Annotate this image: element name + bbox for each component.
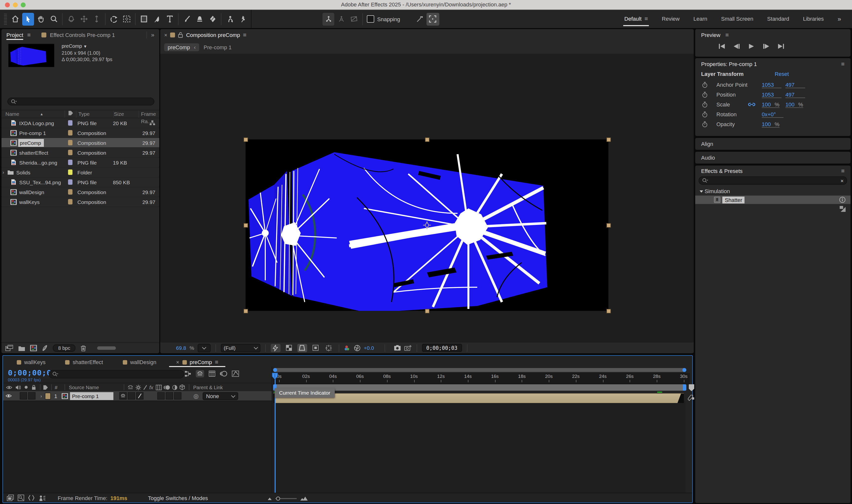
- rotation-tool-icon[interactable]: [108, 13, 120, 25]
- breadcrumb-current[interactable]: preComp‹: [164, 43, 199, 51]
- view-axis-mode-icon[interactable]: [348, 13, 360, 25]
- timeline-search-input[interactable]: [49, 370, 184, 378]
- new-composition-icon[interactable]: [30, 345, 37, 351]
- label-color-chip[interactable]: [68, 189, 72, 195]
- align-panel[interactable]: Align: [695, 138, 851, 150]
- stopwatch-icon[interactable]: [702, 111, 709, 118]
- bit-depth-button[interactable]: 8 bpc: [53, 344, 76, 352]
- region-of-interest-icon[interactable]: [324, 344, 334, 352]
- effects-menu-icon[interactable]: ≡: [841, 167, 845, 175]
- position-label[interactable]: Position: [716, 92, 762, 97]
- previous-frame-icon[interactable]: [732, 42, 742, 51]
- snap-to-edges-icon[interactable]: [414, 13, 425, 25]
- pickwhip-icon[interactable]: ◎: [193, 392, 199, 399]
- table-row[interactable]: shatterEffect Composition 29.97: [1, 148, 159, 158]
- time-navigator[interactable]: [273, 368, 686, 372]
- source-name-column[interactable]: Source Name: [69, 384, 99, 390]
- column-size[interactable]: Size: [114, 110, 139, 118]
- motion-blur-switch-icon[interactable]: [164, 384, 170, 390]
- zoom-tool-icon[interactable]: [48, 13, 60, 25]
- pan-camera-tool-icon[interactable]: [78, 13, 90, 25]
- home-icon[interactable]: [10, 13, 21, 25]
- current-time-indicator-handle[interactable]: [272, 373, 278, 380]
- orbit-camera-tool-icon[interactable]: [65, 13, 77, 25]
- solo-column-icon[interactable]: [24, 385, 28, 389]
- local-axis-mode-icon[interactable]: [323, 13, 334, 25]
- effect-item-shatter[interactable]: 8 Shatter: [695, 195, 851, 204]
- anchor-x-value[interactable]: 1053: [762, 82, 782, 88]
- comp-marker-icon[interactable]: [688, 394, 695, 401]
- label-color-chip[interactable]: [68, 140, 72, 145]
- workspace-default[interactable]: Default ≡: [618, 10, 655, 28]
- number-column[interactable]: #: [55, 384, 57, 390]
- rectangle-tool-icon[interactable]: [138, 13, 150, 25]
- anchor-y-value[interactable]: 497: [785, 82, 805, 88]
- graph-editor-icon[interactable]: [232, 371, 239, 377]
- scale-label[interactable]: Scale: [716, 102, 748, 107]
- work-area-end-handle[interactable]: [683, 384, 686, 391]
- panel-overflow-icon[interactable]: »: [151, 31, 154, 38]
- exposure-icon[interactable]: [354, 345, 361, 351]
- label-color-chip[interactable]: [68, 130, 72, 136]
- effects-category-simulation[interactable]: Simulation: [699, 188, 730, 194]
- selection-handle[interactable]: [606, 138, 611, 142]
- flyout-caret-icon[interactable]: ▼: [83, 44, 87, 49]
- effects-switch-icon[interactable]: fx: [149, 384, 153, 390]
- workspace-menu-icon[interactable]: ≡: [645, 15, 648, 22]
- workspace-learn[interactable]: Learn: [686, 10, 714, 28]
- layer-label-chip[interactable]: [45, 392, 51, 399]
- label-color-chip[interactable]: [68, 150, 72, 155]
- puppet-pin-tool-icon[interactable]: [237, 13, 248, 25]
- selection-handle[interactable]: [244, 138, 248, 142]
- layer-row[interactable]: › 1 Pre-comp 1 ◎ None: [3, 391, 272, 400]
- scale-y-value[interactable]: 100: [785, 101, 798, 108]
- position-y-value[interactable]: 497: [785, 91, 805, 98]
- table-row[interactable]: Pre-comp 1 Composition 29.97: [1, 128, 159, 138]
- table-row[interactable]: IXDA Logo.png PNG file 20 KB: [1, 118, 159, 128]
- snapping-checkbox[interactable]: [367, 15, 374, 23]
- selection-handle[interactable]: [244, 309, 248, 313]
- exposure-value[interactable]: +0.0: [364, 345, 374, 351]
- comp-marker-bin-icon[interactable]: [688, 384, 695, 392]
- toggle-switches-modes-button[interactable]: Toggle Switches / Modes: [148, 495, 208, 501]
- stopwatch-icon[interactable]: [702, 121, 709, 127]
- resolution-dropdown[interactable]: (Full): [221, 344, 260, 352]
- reset-link[interactable]: Reset: [775, 71, 789, 77]
- adjustment-layer-switch-icon[interactable]: [172, 384, 177, 390]
- composition-canvas[interactable]: [246, 140, 608, 311]
- expand-switches-icon[interactable]: [7, 494, 14, 501]
- next-frame-icon[interactable]: [761, 42, 771, 51]
- workspace-review[interactable]: Review: [655, 10, 686, 28]
- composition-mini-flowchart-icon[interactable]: [185, 371, 191, 377]
- layer-twirl-icon[interactable]: ›: [40, 393, 42, 398]
- table-row[interactable]: wallKeys Composition 29.97: [1, 197, 159, 207]
- workspace-small-screen[interactable]: Small Screen: [714, 10, 760, 28]
- show-snapshot-icon[interactable]: [404, 345, 412, 351]
- close-tab-icon[interactable]: ×: [176, 359, 179, 365]
- position-x-value[interactable]: 1053: [762, 91, 782, 98]
- selection-handle[interactable]: [425, 309, 430, 313]
- properties-menu-icon[interactable]: ≡: [841, 60, 845, 68]
- project-panel-menu-icon[interactable]: ≡: [28, 31, 31, 38]
- label-color-chip[interactable]: [68, 120, 72, 126]
- in-out-panes-icon[interactable]: [28, 494, 35, 501]
- layer-lock-switch[interactable]: [28, 392, 35, 399]
- tab-project[interactable]: Project: [6, 32, 23, 38]
- timeline-tab-walldesign[interactable]: wallDesign: [123, 359, 156, 365]
- preview-menu-icon[interactable]: ≡: [725, 32, 729, 38]
- layer-video-eye-icon[interactable]: [5, 394, 12, 398]
- layer-name[interactable]: Pre-comp 1: [70, 392, 114, 400]
- layer-collapse-switch[interactable]: [128, 392, 135, 399]
- project-flowchart-icon[interactable]: [42, 345, 48, 351]
- horizontal-scrollbar[interactable]: [98, 346, 116, 350]
- parent-link-column[interactable]: Parent & Link: [193, 384, 223, 390]
- shy-layers-icon[interactable]: [196, 370, 204, 377]
- project-search-input[interactable]: [7, 97, 154, 105]
- selection-handle[interactable]: [606, 309, 611, 313]
- timeline-tab-shattereffect[interactable]: shatterEffect: [65, 359, 103, 365]
- timeline-tab-precomp[interactable]: ×preComp≡: [176, 359, 218, 365]
- comp-timecode[interactable]: 0;00;00;03: [422, 344, 462, 352]
- composition-viewer[interactable]: [160, 54, 694, 342]
- navigator-start-handle[interactable]: [273, 368, 277, 372]
- magnification-value[interactable]: 69.8: [176, 345, 186, 351]
